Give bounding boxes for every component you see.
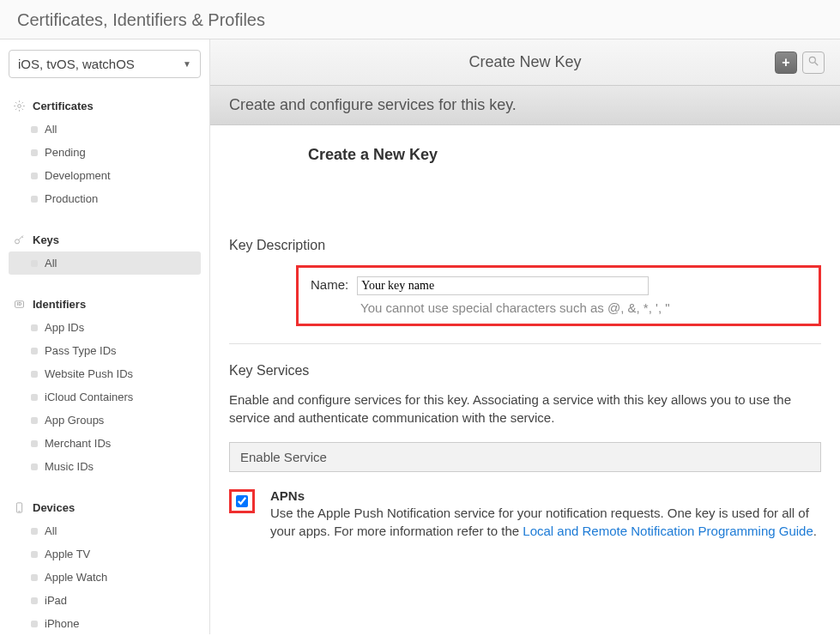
search-icon bbox=[807, 55, 819, 70]
apns-doc-link[interactable]: Local and Remote Notification Programmin… bbox=[523, 524, 813, 538]
sidebar-item-label: Pass Type IDs bbox=[45, 344, 117, 357]
apns-checkbox-highlight bbox=[229, 489, 255, 513]
bullet-icon bbox=[31, 440, 38, 447]
sidebar-item-label: iPad bbox=[45, 594, 67, 607]
bullet-icon bbox=[31, 348, 38, 354]
bullet-icon bbox=[31, 173, 38, 179]
svg-text:ID: ID bbox=[17, 301, 21, 306]
sidebar-item-label: Music IDs bbox=[45, 460, 94, 473]
sidebar-section-certificates[interactable]: Certificates bbox=[9, 94, 201, 118]
device-icon bbox=[12, 500, 26, 514]
sidebar-item-devices-all[interactable]: All bbox=[9, 519, 201, 542]
svg-point-6 bbox=[809, 57, 815, 63]
svg-line-7 bbox=[815, 63, 819, 66]
main-panel: Create New Key + Create and configure se… bbox=[210, 39, 840, 634]
sidebar-item-iphone[interactable]: iPhone bbox=[9, 612, 201, 635]
sidebar-item-apple-tv[interactable]: Apple TV bbox=[9, 542, 201, 566]
key-services-description: Enable and configure services for this k… bbox=[229, 391, 821, 427]
bullet-icon bbox=[31, 126, 38, 133]
key-icon bbox=[12, 233, 26, 246]
sidebar-item-label: Website Push IDs bbox=[45, 367, 133, 380]
bullet-icon bbox=[31, 196, 38, 203]
platform-selector-label: iOS, tvOS, watchOS bbox=[18, 57, 135, 71]
sidebar-item-label: All bbox=[45, 123, 57, 136]
sidebar-item-certificates-development[interactable]: Development bbox=[9, 164, 201, 187]
search-button[interactable] bbox=[802, 51, 825, 74]
sidebar-section-label: Certificates bbox=[33, 100, 94, 112]
bullet-icon bbox=[31, 551, 38, 558]
key-name-input[interactable] bbox=[357, 276, 649, 295]
add-button[interactable]: + bbox=[775, 51, 797, 74]
sidebar-item-ipad[interactable]: iPad bbox=[9, 589, 201, 612]
sidebar-item-certificates-production[interactable]: Production bbox=[9, 187, 201, 210]
sidebar-section-devices[interactable]: Devices bbox=[9, 495, 201, 519]
sidebar-section-label: Keys bbox=[33, 233, 59, 246]
platform-selector[interactable]: iOS, tvOS, watchOS ▼ bbox=[9, 50, 201, 78]
sidebar-item-merchant-ids[interactable]: Merchant IDs bbox=[9, 432, 201, 455]
bullet-icon bbox=[31, 149, 38, 156]
apns-name: APNs bbox=[270, 488, 821, 505]
content-title: Create a New Key bbox=[308, 146, 821, 164]
id-icon: ID bbox=[12, 297, 26, 311]
bullet-icon bbox=[31, 621, 38, 627]
sidebar-item-app-groups[interactable]: App Groups bbox=[9, 409, 201, 432]
key-description-highlight: Name: You cannot use special characters … bbox=[296, 265, 821, 326]
sidebar-item-website-push-ids[interactable]: Website Push IDs bbox=[9, 362, 201, 385]
sidebar-section-identifiers[interactable]: ID Identifiers bbox=[9, 292, 201, 316]
sidebar-item-music-ids[interactable]: Music IDs bbox=[9, 455, 201, 478]
sub-banner: Create and configure services for this k… bbox=[210, 86, 840, 125]
bullet-icon bbox=[31, 371, 38, 378]
key-description-heading: Key Description bbox=[229, 238, 821, 253]
bullet-icon bbox=[31, 528, 38, 535]
bullet-icon bbox=[31, 597, 38, 604]
chevron-down-icon: ▼ bbox=[183, 59, 191, 69]
sidebar-item-label: Merchant IDs bbox=[45, 437, 111, 450]
sidebar-item-label: All bbox=[45, 257, 57, 270]
sidebar-item-certificates-pending[interactable]: Pending bbox=[9, 141, 201, 164]
bullet-icon bbox=[31, 394, 38, 401]
sidebar-section-label: Devices bbox=[33, 501, 75, 514]
name-label: Name: bbox=[311, 277, 348, 292]
sidebar-item-icloud-containers[interactable]: iCloud Containers bbox=[9, 385, 201, 409]
sidebar-item-label: Production bbox=[45, 192, 98, 205]
enable-service-header: Enable Service bbox=[229, 442, 821, 472]
bullet-icon bbox=[31, 324, 38, 331]
service-row-apns: APNs Use the Apple Push Notification ser… bbox=[229, 488, 821, 540]
sidebar-item-keys-all[interactable]: All bbox=[9, 251, 201, 275]
content-area: Create a New Key Key Description Name: Y… bbox=[210, 125, 840, 634]
sidebar-section-keys[interactable]: Keys bbox=[9, 227, 201, 251]
sidebar-item-label: Development bbox=[45, 169, 111, 182]
sidebar-item-certificates-all[interactable]: All bbox=[9, 118, 201, 141]
sidebar-item-label: iCloud Containers bbox=[45, 391, 133, 403]
sidebar-item-label: App IDs bbox=[45, 321, 84, 334]
bullet-icon bbox=[31, 574, 38, 581]
sidebar-section-label: Identifiers bbox=[33, 298, 86, 311]
name-hint: You cannot use special characters such a… bbox=[360, 300, 807, 315]
bullet-icon bbox=[31, 260, 38, 267]
sidebar-item-label: iPhone bbox=[45, 617, 79, 630]
svg-rect-4 bbox=[16, 502, 21, 512]
bullet-icon bbox=[31, 463, 38, 470]
sidebar-item-label: Apple Watch bbox=[45, 571, 107, 584]
bullet-icon bbox=[31, 417, 38, 424]
main-title: Create New Key bbox=[468, 53, 581, 71]
svg-point-1 bbox=[15, 239, 19, 243]
svg-point-0 bbox=[17, 104, 21, 107]
page-title: Certificates, Identifiers & Profiles bbox=[0, 0, 840, 39]
sidebar-item-label: App Groups bbox=[45, 414, 104, 427]
apns-checkbox[interactable] bbox=[236, 495, 248, 507]
key-services-heading: Key Services bbox=[229, 363, 821, 379]
sidebar-item-app-ids[interactable]: App IDs bbox=[9, 316, 201, 339]
sidebar-item-apple-watch[interactable]: Apple Watch bbox=[9, 566, 201, 589]
divider bbox=[229, 343, 821, 344]
apns-description-end: . bbox=[813, 524, 817, 538]
sidebar-item-label: Apple TV bbox=[45, 548, 90, 560]
gear-icon bbox=[12, 99, 26, 112]
sidebar-item-label: Pending bbox=[45, 146, 86, 159]
main-header: Create New Key + bbox=[210, 39, 840, 86]
sidebar-item-label: All bbox=[45, 524, 57, 537]
sidebar: iOS, tvOS, watchOS ▼ Certificates All Pe… bbox=[0, 39, 210, 634]
sidebar-item-pass-type-ids[interactable]: Pass Type IDs bbox=[9, 339, 201, 362]
